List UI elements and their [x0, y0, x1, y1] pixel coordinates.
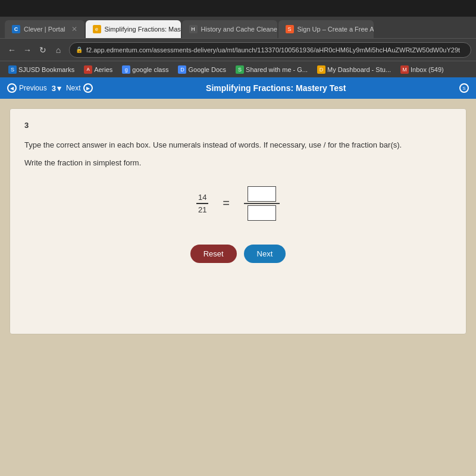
toolbar-right: S — [459, 83, 469, 93]
next-button[interactable]: Next — [244, 245, 286, 263]
tab-signup-label: Sign Up – Create a Free Acc — [298, 26, 374, 33]
shared-icon: S — [236, 65, 244, 74]
bookmark-google-class-label: google class — [132, 66, 168, 73]
given-fraction: 14 21 — [196, 193, 208, 214]
bookmark-shared-label: Shared with me - G... — [246, 66, 308, 73]
bookmark-aeries[interactable]: A Aeries — [80, 64, 116, 75]
prev-circle-icon: ◀ — [7, 83, 17, 93]
equals-sign: = — [223, 196, 230, 210]
next-label: Next — [66, 84, 81, 92]
tab-history[interactable]: H History and Cache Cleaner ✕ — [182, 20, 277, 38]
bookmark-google-class[interactable]: g google class — [118, 64, 172, 75]
bookmark-inbox[interactable]: M Inbox (549) — [397, 64, 447, 75]
tab-simplifying-label: Simplifying Fractions: Maste — [105, 26, 181, 33]
tab-clever-label: Clever | Portal — [24, 26, 65, 33]
bookmark-sjusd[interactable]: S SJUSD Bookmarks — [5, 64, 78, 75]
bookmark-aeries-label: Aeries — [94, 66, 112, 73]
button-row: Reset Next — [24, 245, 452, 263]
dropdown-arrow[interactable]: ▾ — [57, 84, 61, 93]
question-card: 3 Type the correct answer in each box. U… — [10, 108, 466, 334]
dashboard-icon: D — [317, 65, 325, 74]
question-prompt: Write the fraction in simplest form. — [24, 158, 452, 167]
numerator-input[interactable] — [248, 186, 276, 202]
question-num-display: 3 ▾ — [52, 84, 61, 93]
bookmark-dashboard[interactable]: D My Dashboard - Stu... — [314, 64, 394, 75]
page-title: Simplifying Fractions: Mastery Test — [98, 83, 455, 93]
bookmark-shared[interactable]: S Shared with me - G... — [232, 64, 311, 75]
home-button[interactable]: ⌂ — [51, 43, 65, 57]
bookmark-google-docs[interactable]: D Google Docs — [174, 64, 230, 75]
bookmark-google-docs-label: Google Docs — [188, 66, 226, 73]
tab-signup[interactable]: S Sign Up – Create a Free Acc — [278, 20, 374, 38]
answer-fraction — [244, 186, 280, 221]
browser-frame: C Clever | Portal ✕ e Simplifying Fracti… — [0, 0, 476, 476]
address-bar: ← → ↻ ⌂ 🔒 f2.app.edmentum.com/assessment… — [0, 38, 476, 61]
sjusd-icon: S — [8, 65, 17, 74]
main-content: 3 Type the correct answer in each box. U… — [0, 99, 476, 476]
url-bar[interactable]: 🔒 f2.app.edmentum.com/assessments-delive… — [69, 42, 471, 58]
question-number-text: 3 — [52, 84, 56, 93]
tab-clever[interactable]: C Clever | Portal ✕ — [5, 20, 84, 38]
google-class-icon: g — [122, 65, 130, 74]
denominator-input[interactable] — [248, 205, 276, 221]
simplifying-tab-icon: e — [93, 25, 101, 33]
back-button[interactable]: ← — [5, 43, 19, 57]
history-tab-icon: H — [189, 25, 198, 33]
signup-tab-icon: S — [286, 25, 294, 33]
google-docs-icon: D — [178, 65, 186, 74]
url-text: f2.app.edmentum.com/assessments-delivery… — [86, 46, 460, 54]
given-denominator: 21 — [196, 205, 208, 214]
question-instructions: Type the correct answer in each box. Use… — [24, 139, 452, 151]
toolbar-next-button[interactable]: Next ▶ — [66, 83, 93, 93]
inbox-icon: M — [400, 65, 409, 74]
forward-button[interactable]: → — [20, 43, 35, 57]
tab-clever-close[interactable]: ✕ — [71, 25, 77, 33]
app-toolbar: ◀ Previous 3 ▾ Next ▶ Simplifying Fracti… — [0, 77, 476, 99]
bookmarks-bar: S SJUSD Bookmarks A Aeries g google clas… — [0, 61, 476, 77]
bookmark-inbox-label: Inbox (549) — [411, 66, 444, 73]
next-circle-icon: ▶ — [83, 83, 93, 93]
tab-simplifying[interactable]: e Simplifying Fractions: Maste ✕ — [86, 20, 181, 38]
reset-button[interactable]: Reset — [190, 245, 237, 263]
fraction-line — [244, 203, 280, 204]
toolbar-prev-button[interactable]: ◀ Previous — [7, 83, 47, 93]
tab-history-label: History and Cache Cleaner — [201, 26, 277, 33]
nav-buttons: ← → ↻ ⌂ — [5, 43, 65, 57]
bookmark-dashboard-label: My Dashboard - Stu... — [327, 66, 391, 73]
refresh-button[interactable]: ↻ — [36, 43, 50, 57]
bookmark-sjusd-label: SJUSD Bookmarks — [18, 66, 74, 73]
question-number-label: 3 — [24, 121, 452, 130]
prev-label: Previous — [19, 84, 47, 92]
tab-bar: C Clever | Portal ✕ e Simplifying Fracti… — [0, 17, 476, 38]
clever-tab-icon: C — [12, 25, 20, 33]
fraction-area: 14 21 = — [24, 186, 452, 221]
save-circle-icon[interactable]: S — [459, 83, 469, 93]
given-numerator: 14 — [196, 193, 208, 204]
aeries-icon: A — [84, 65, 92, 74]
lock-icon: 🔒 — [76, 46, 83, 53]
top-bar — [0, 0, 476, 17]
